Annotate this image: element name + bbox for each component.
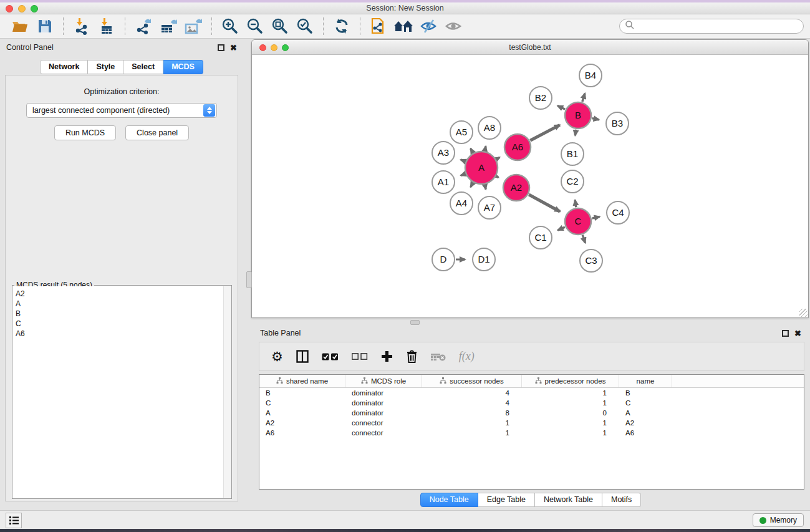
network-node-C4[interactable]: C4 — [607, 201, 629, 224]
cell-successor-nodes[interactable]: 4 — [422, 388, 522, 398]
cell-predecessor-nodes[interactable]: 1 — [522, 398, 619, 408]
tab-style[interactable]: Style — [88, 60, 123, 74]
zoom-out-icon[interactable] — [244, 16, 266, 36]
column-header-successor-nodes[interactable]: successor nodes — [422, 375, 522, 387]
cell-predecessor-nodes[interactable]: 0 — [522, 408, 619, 418]
hide-selected-eye-slash-icon[interactable] — [418, 16, 439, 36]
tab-node-table[interactable]: Node Table — [420, 493, 478, 507]
cell-successor-nodes[interactable]: 4 — [422, 398, 522, 408]
cell-successor-nodes[interactable]: 8 — [422, 408, 522, 418]
mcds-result-item[interactable]: C — [16, 319, 223, 329]
table-settings-gear-icon[interactable]: ⚙ — [271, 351, 283, 363]
close-table-panel-icon[interactable]: ✖ — [794, 330, 801, 337]
network-node-A2[interactable]: A2 — [503, 175, 529, 201]
network-node-A4[interactable]: A4 — [450, 192, 473, 215]
network-node-A7[interactable]: A7 — [478, 196, 501, 219]
show-all-eye-icon[interactable] — [443, 16, 464, 36]
cell-name[interactable]: B — [619, 388, 672, 398]
create-new-column-icon[interactable] — [381, 351, 393, 362]
network-node-C1[interactable]: C1 — [529, 226, 552, 249]
network-node-C2[interactable]: C2 — [561, 170, 584, 193]
cell-predecessor-nodes[interactable]: 1 — [522, 428, 619, 438]
close-network-window-button[interactable] — [259, 44, 266, 51]
cell-MCDS-role[interactable]: dominator — [345, 408, 422, 418]
column-header-MCDS-role[interactable]: MCDS role — [345, 375, 422, 387]
network-node-A8[interactable]: A8 — [478, 117, 501, 139]
mcds-result-item[interactable]: A — [16, 299, 223, 309]
column-header-name[interactable]: name — [619, 375, 672, 387]
network-node-D1[interactable]: D1 — [473, 248, 495, 271]
close-panel-icon[interactable]: ✖ — [230, 44, 237, 51]
cell-shared-name[interactable]: A — [259, 408, 345, 418]
search-input[interactable] — [635, 22, 803, 31]
cell-name[interactable]: C — [619, 398, 672, 408]
mcds-result-scrollbar[interactable] — [223, 286, 231, 498]
cell-MCDS-role[interactable]: connector — [345, 418, 422, 428]
network-node-A3[interactable]: A3 — [432, 142, 455, 164]
import-network-icon[interactable] — [71, 16, 92, 36]
optimization-criterion-dropdown[interactable]: largest connected component (directed) — [26, 103, 217, 118]
tab-edge-table[interactable]: Edge Table — [478, 493, 535, 507]
network-window-titlebar[interactable]: testGlobe.txt — [252, 40, 808, 55]
mcds-result-item[interactable]: A6 — [16, 329, 223, 339]
cell-MCDS-role[interactable]: dominator — [345, 398, 422, 408]
import-table-icon[interactable] — [96, 16, 117, 36]
unselect-all-columns-icon[interactable] — [352, 353, 368, 360]
zoom-network-window-button[interactable] — [282, 44, 289, 51]
network-node-A5[interactable]: A5 — [450, 121, 473, 143]
zoom-in-icon[interactable] — [219, 16, 241, 36]
cell-successor-nodes[interactable]: 1 — [422, 418, 522, 428]
zoom-selected-icon[interactable] — [294, 16, 316, 36]
task-history-button[interactable] — [6, 513, 22, 528]
cell-predecessor-nodes[interactable]: 1 — [522, 418, 619, 428]
cell-shared-name[interactable]: B — [259, 388, 345, 398]
delete-table-icon[interactable] — [431, 352, 446, 361]
network-node-A6[interactable]: A6 — [504, 134, 531, 160]
first-neighbors-icon[interactable] — [393, 16, 414, 36]
float-panel-icon[interactable] — [218, 44, 224, 51]
cell-successor-nodes[interactable]: 1 — [422, 428, 522, 438]
minimize-window-button[interactable] — [18, 5, 26, 12]
export-image-icon[interactable] — [183, 16, 204, 36]
column-header-shared-name[interactable]: shared name — [259, 375, 345, 387]
mcds-result-item[interactable]: A2 — [16, 289, 223, 299]
network-node-B1[interactable]: B1 — [561, 143, 584, 165]
network-node-D[interactable]: D — [432, 248, 455, 271]
memory-button[interactable]: Memory — [753, 513, 804, 527]
float-table-panel-icon[interactable] — [782, 330, 789, 337]
network-canvas[interactable]: B4B2BB3A8A5A6A3B1AC2A1A2A4A7C4CC1C3DD1 — [252, 55, 808, 317]
tab-mcds[interactable]: MCDS — [163, 60, 203, 74]
zoom-window-button[interactable] — [31, 5, 38, 12]
cell-name[interactable]: A6 — [619, 428, 672, 438]
cell-MCDS-role[interactable]: connector — [345, 428, 422, 438]
cell-shared-name[interactable]: A6 — [259, 428, 345, 438]
delete-columns-trash-icon[interactable] — [406, 350, 418, 363]
mcds-result-item[interactable]: B — [16, 309, 223, 319]
refresh-layout-icon[interactable] — [331, 16, 352, 36]
network-node-C3[interactable]: C3 — [580, 249, 602, 272]
show-column-panel-icon[interactable] — [296, 350, 309, 363]
network-node-C[interactable]: C — [565, 208, 591, 235]
network-node-B[interactable]: B — [565, 102, 591, 128]
save-session-icon[interactable] — [34, 16, 55, 36]
network-node-A1[interactable]: A1 — [432, 171, 455, 193]
select-all-columns-icon[interactable] — [322, 353, 339, 360]
export-network-icon[interactable] — [133, 16, 154, 36]
column-header-predecessor-nodes[interactable]: predecessor nodes — [522, 375, 619, 387]
zoom-fit-icon[interactable] — [269, 16, 291, 36]
open-session-icon[interactable] — [9, 16, 31, 36]
close-window-button[interactable] — [6, 5, 13, 12]
cell-name[interactable]: A — [619, 408, 672, 418]
new-network-from-selection-icon[interactable] — [368, 16, 389, 36]
cell-shared-name[interactable]: C — [259, 398, 345, 408]
search-field[interactable] — [619, 19, 804, 34]
vertical-splitter-handle[interactable] — [246, 271, 252, 288]
network-node-B2[interactable]: B2 — [529, 87, 552, 109]
cell-shared-name[interactable]: A2 — [259, 418, 345, 428]
tab-network-table[interactable]: Network Table — [535, 493, 602, 507]
cell-name[interactable]: A2 — [619, 418, 672, 428]
tab-network[interactable]: Network — [40, 60, 88, 74]
function-builder-fx-icon[interactable]: f(x) — [459, 350, 475, 363]
minimize-network-window-button[interactable] — [271, 44, 277, 51]
tab-select[interactable]: Select — [123, 60, 163, 74]
